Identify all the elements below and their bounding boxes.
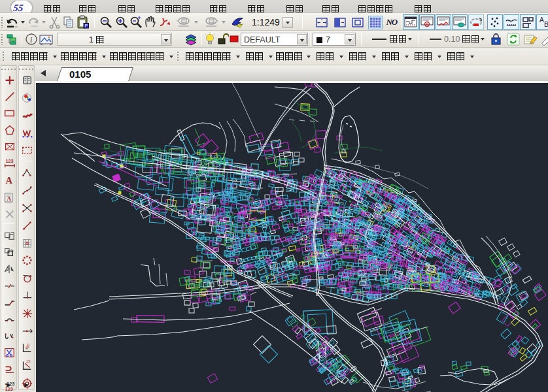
svg-text:A: A — [5, 176, 12, 186]
svg-text:123: 123 — [5, 158, 13, 164]
svg-text:1X: 1X — [26, 360, 31, 364]
svg-text:55: 55 — [12, 3, 24, 13]
svg-text:P: P — [85, 24, 88, 28]
svg-text:T: T — [26, 95, 29, 101]
svg-text:B: B — [544, 20, 548, 28]
svg-text:D: D — [27, 344, 29, 348]
svg-text:A: A — [539, 16, 544, 24]
svg-text:A: A — [7, 195, 11, 202]
svg-text:i: i — [30, 35, 32, 44]
